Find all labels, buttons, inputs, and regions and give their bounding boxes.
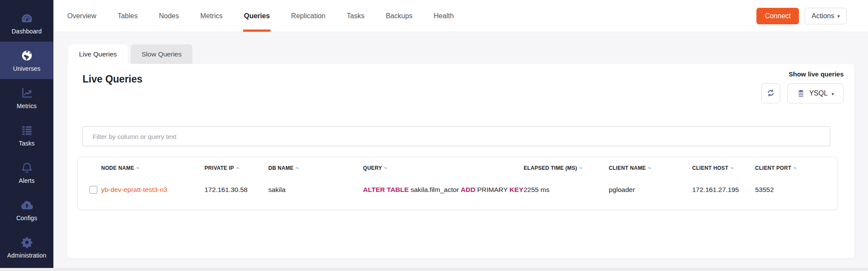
database-icon — [797, 89, 805, 98]
bell-icon — [20, 161, 33, 174]
column-header-elapsed-time-ms[interactable]: ELAPSED TIME (MS)▾▴ — [524, 165, 609, 171]
refresh-button[interactable] — [761, 83, 780, 103]
universe-navbar: OverviewTablesNodesMetricsQueriesReplica… — [53, 0, 868, 32]
column-header-label: QUERY — [363, 165, 382, 171]
cell-private-ip: 172.161.30.58 — [205, 186, 268, 194]
nav-tab-metrics[interactable]: Metrics — [200, 0, 223, 32]
sort-icons[interactable]: ▾▴ — [793, 166, 796, 170]
nav-tab-replication[interactable]: Replication — [291, 0, 325, 32]
actions-dropdown-button[interactable]: Actions ▾ — [805, 8, 847, 24]
sql-text: sakila.film_actor — [409, 186, 461, 193]
universe-nav-tabs: OverviewTablesNodesMetricsQueriesReplica… — [67, 0, 454, 32]
column-header-query[interactable]: QUERY▾▴ — [363, 165, 524, 171]
row-checkbox[interactable] — [89, 186, 97, 194]
table-body: yb-dev-epratt-test3-n3172.161.30.58sakil… — [78, 178, 838, 201]
cell-query[interactable]: ALTER TABLE sakila.film_actor ADD PRIMAR… — [363, 186, 524, 194]
navbar-actions: Connect Actions ▾ — [756, 0, 847, 32]
sql-keyword: ADD — [461, 186, 475, 193]
sidebar-item-metrics[interactable]: Metrics — [0, 79, 53, 116]
column-header-label: DB NAME — [268, 165, 294, 171]
nav-tab-queries[interactable]: Queries — [244, 0, 270, 32]
sql-keyword: KEY — [509, 186, 523, 193]
sql-keyword: ALTER TABLE — [363, 186, 409, 193]
live-queries-page: DashboardUniversesMetricsTasksAlertsConf… — [0, 0, 868, 271]
column-header-label: NODE NAME — [101, 165, 134, 171]
cloud-upload-icon — [20, 198, 33, 212]
cell-client-host: 172.161.27.195 — [692, 186, 755, 194]
sidebar-item-configs[interactable]: Configs — [0, 191, 53, 228]
row-checkbox-cell — [78, 186, 101, 194]
sql-text: PRIMARY — [475, 186, 510, 193]
query-filter-input[interactable] — [83, 126, 830, 146]
sidebar-item-label: Metrics — [17, 102, 37, 109]
sidebar-item-label: Administration — [7, 252, 46, 259]
nav-tab-backups[interactable]: Backups — [386, 0, 412, 32]
sort-icons[interactable]: ▾▴ — [648, 166, 650, 170]
nav-tab-tables[interactable]: Tables — [118, 0, 138, 32]
chart-line-icon — [20, 86, 33, 99]
column-header-node-name[interactable]: NODE NAME▾▴ — [101, 165, 205, 171]
sort-icons[interactable]: ▾▴ — [384, 166, 387, 170]
refresh-icon — [766, 89, 775, 99]
sidebar-item-label: Universes — [13, 65, 40, 72]
nav-tab-tasks[interactable]: Tasks — [347, 0, 365, 32]
sort-icons[interactable]: ▾▴ — [136, 166, 139, 170]
nav-tab-nodes[interactable]: Nodes — [159, 0, 179, 32]
column-header-client-name[interactable]: CLIENT NAME▾▴ — [609, 165, 692, 171]
sidebar-item-label: Configs — [16, 215, 37, 221]
chevron-down-icon: ▾ — [837, 14, 840, 19]
cell-elapsed-time: 2255 ms — [524, 186, 609, 194]
sidebar-item-label: Tasks — [19, 140, 34, 147]
list-icon — [20, 124, 33, 137]
actions-label: Actions — [812, 12, 834, 20]
sidebar-item-label: Alerts — [19, 177, 34, 184]
api-type-value: YSQL — [809, 89, 828, 97]
connect-button[interactable]: Connect — [756, 8, 799, 24]
cell-client-name: pgloader — [609, 186, 692, 194]
tab-live-queries[interactable]: Live Queries — [68, 44, 128, 64]
sort-icons[interactable]: ▾▴ — [296, 166, 298, 170]
tab-slow-queries[interactable]: Slow Queries — [131, 44, 192, 64]
column-header-private-ip[interactable]: PRIVATE IP▾▴ — [205, 165, 268, 171]
nav-tab-overview[interactable]: Overview — [67, 0, 96, 32]
queries-table: NODE NAME▾▴PRIVATE IP▾▴DB NAME▾▴QUERY▾▴E… — [77, 157, 838, 210]
sidebar-item-label: Dashboard — [12, 28, 42, 35]
sort-icons[interactable]: ▾▴ — [579, 166, 582, 170]
column-header-db-name[interactable]: DB NAME▾▴ — [268, 165, 363, 171]
sidebar: DashboardUniversesMetricsTasksAlertsConf… — [0, 0, 53, 271]
gauge-icon — [20, 12, 33, 25]
cell-node-name: yb-dev-epratt-test3-n3 — [101, 186, 205, 194]
sort-icons[interactable]: ▾▴ — [730, 166, 733, 170]
sidebar-item-tasks[interactable]: Tasks — [0, 116, 53, 154]
sidebar-item-alerts[interactable]: Alerts — [0, 154, 53, 191]
live-queries-card: Live Queries Show live queries — [67, 64, 855, 258]
globe-icon — [20, 49, 33, 62]
sort-icons[interactable]: ▾▴ — [236, 166, 239, 170]
page-title: Live Queries — [83, 73, 142, 85]
gear-icon — [20, 236, 33, 249]
sidebar-item-administration[interactable]: Administration — [0, 228, 53, 266]
column-header-label: CLIENT NAME — [609, 165, 646, 171]
table-header-row: NODE NAME▾▴PRIVATE IP▾▴DB NAME▾▴QUERY▾▴E… — [78, 157, 838, 178]
sidebar-item-universes[interactable]: Universes — [0, 42, 53, 79]
chevron-down-icon: ▾ — [832, 92, 834, 96]
table-row: yb-dev-epratt-test3-n3172.161.30.58sakil… — [78, 178, 838, 201]
sidebar-item-dashboard[interactable]: Dashboard — [0, 0, 53, 42]
cell-db-name: sakila — [268, 186, 363, 194]
column-header-client-port[interactable]: CLIENT PORT▾▴ — [755, 165, 838, 171]
show-live-queries-label: Show live queries — [789, 70, 844, 78]
column-header-label: CLIENT HOST — [692, 165, 728, 171]
api-type-dropdown[interactable]: YSQL ▾ — [787, 83, 844, 103]
node-name-link[interactable]: yb-dev-epratt-test3-n3 — [101, 186, 168, 193]
column-header-label: CLIENT PORT — [755, 165, 791, 171]
column-header-label: ELAPSED TIME (MS) — [524, 165, 577, 171]
column-header-label: PRIVATE IP — [205, 165, 234, 171]
cell-client-port: 53552 — [755, 186, 838, 194]
horizontal-scrollbar[interactable] — [0, 268, 868, 271]
nav-tab-health[interactable]: Health — [434, 0, 454, 32]
query-tabs: Live QueriesSlow Queries — [68, 44, 192, 64]
column-header-client-host[interactable]: CLIENT HOST▾▴ — [692, 165, 755, 171]
